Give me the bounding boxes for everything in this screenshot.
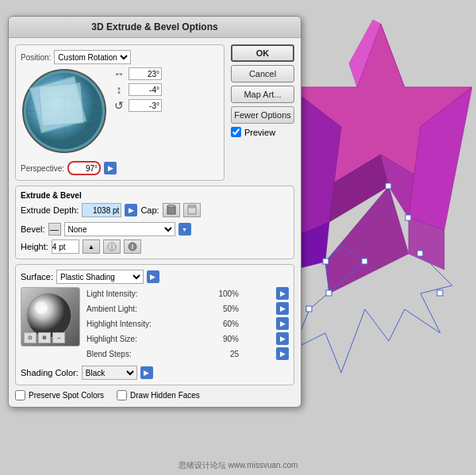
- shading-color-select[interactable]: Black: [82, 366, 137, 380]
- cancel-button[interactable]: Cancel: [231, 65, 294, 82]
- extrude-depth-label: Extrude Depth:: [21, 205, 79, 215]
- ambient-light-arrow[interactable]: ▶: [276, 302, 289, 315]
- height-input[interactable]: [52, 239, 79, 254]
- ambient-light-value: 50%: [211, 305, 239, 313]
- y-axis-icon: ↕: [113, 83, 125, 96]
- light-source-btn[interactable]: ⊙: [24, 332, 36, 343]
- preview-checkbox[interactable]: [231, 127, 241, 137]
- dialog-title: 3D Extrude & Bevel Options: [9, 17, 301, 38]
- fewer-options-button[interactable]: Fewer Options: [231, 106, 294, 124]
- height-label: Height:: [21, 242, 48, 251]
- height-btn-1[interactable]: ▲: [83, 239, 100, 254]
- bevel-arrow[interactable]: ▼: [178, 223, 191, 236]
- ok-button[interactable]: OK: [231, 44, 294, 62]
- svg-rect-15: [417, 251, 423, 256]
- preserve-spot-colors-label[interactable]: Preserve Spot Colors: [15, 390, 104, 400]
- angle-y-input[interactable]: [129, 83, 162, 96]
- extrude-depth-arrow[interactable]: ▶: [125, 204, 137, 216]
- bevel-label: Bevel:: [21, 224, 45, 234]
- blend-steps-label: Blend Steps:: [86, 350, 174, 358]
- blend-steps-arrow[interactable]: ▶: [276, 347, 289, 360]
- svg-rect-16: [437, 290, 443, 296]
- draw-hidden-faces-checkbox[interactable]: [117, 390, 127, 400]
- light-intensity-arrow[interactable]: ▶: [276, 287, 289, 300]
- highlight-size-value: 90%: [211, 335, 239, 343]
- surface-type-select[interactable]: Plastic Shading: [56, 270, 144, 284]
- perspective-input[interactable]: [67, 161, 101, 175]
- rotation-circle[interactable]: [21, 67, 108, 155]
- x-axis-icon: ↔: [113, 67, 125, 80]
- surface-label: Surface:: [21, 272, 53, 282]
- highlight-size-label: Highlight Size:: [86, 335, 174, 343]
- preserve-spot-colors-checkbox[interactable]: [15, 390, 25, 400]
- highlight-intensity-arrow[interactable]: ▶: [276, 317, 289, 330]
- extrude-section-title: Extrude & Bevel: [21, 191, 289, 200]
- svg-rect-13: [386, 183, 391, 189]
- dialog-buttons: OK Cancel Map Art... Fewer Options Previ…: [231, 44, 294, 186]
- cap-off-button[interactable]: [183, 203, 201, 217]
- height-btn-3[interactable]: [124, 239, 141, 254]
- z-axis-icon: ↺: [113, 99, 125, 112]
- cap-label: Cap:: [140, 205, 159, 215]
- extrude-bevel-section: Extrude & Bevel Extrude Depth: ▶ Cap: Be…: [15, 186, 294, 259]
- svg-point-34: [27, 293, 71, 338]
- preserve-spot-colors-text: Preserve Spot Colors: [29, 391, 104, 400]
- angle-z-input[interactable]: [129, 99, 162, 112]
- cap-on-button[interactable]: [163, 203, 180, 217]
- position-dropdown[interactable]: Custom Rotation: [54, 50, 131, 64]
- surface-type-arrow[interactable]: ▶: [147, 270, 159, 283]
- surface-preview: ⊙ ⊕ −: [21, 287, 80, 347]
- position-label: Position:: [21, 53, 51, 62]
- checkbox-row: Preserve Spot Colors Draw Hidden Faces: [15, 390, 294, 400]
- bevel-select[interactable]: None: [64, 222, 175, 236]
- shading-color-label: Shading Color:: [21, 368, 79, 377]
- highlight-size-arrow[interactable]: ▶: [276, 332, 289, 345]
- preview-label: Preview: [244, 128, 275, 137]
- watermark: 思绪设计论坛 www.missvuan.com: [0, 460, 476, 471]
- blend-steps-value: 25: [211, 350, 239, 358]
- delete-light-btn[interactable]: −: [52, 332, 65, 343]
- draw-hidden-faces-text: Draw Hidden Faces: [130, 391, 200, 400]
- bevel-icon: —: [48, 223, 61, 236]
- perspective-arrow[interactable]: ▶: [104, 162, 117, 174]
- svg-rect-25: [39, 83, 83, 126]
- light-intensity-label: Light Intensity:: [86, 289, 174, 298]
- perspective-label: Perspective:: [21, 164, 64, 173]
- position-section: Position: Custom Rotation: [15, 44, 225, 181]
- svg-point-35: [35, 301, 48, 314]
- shading-color-arrow[interactable]: ▶: [140, 366, 153, 379]
- highlight-intensity-value: 60%: [211, 320, 239, 328]
- light-intensity-value: 100%: [211, 289, 239, 298]
- svg-rect-14: [405, 215, 411, 220]
- svg-rect-12: [326, 290, 332, 296]
- height-btn-2[interactable]: [103, 239, 121, 254]
- svg-rect-10: [362, 259, 367, 264]
- svg-rect-17: [306, 306, 312, 312]
- extrude-depth-input[interactable]: [82, 203, 121, 217]
- highlight-intensity-label: Highlight Intensity:: [86, 320, 174, 328]
- surface-section: Surface: Plastic Shading ▶: [15, 264, 294, 385]
- dialog-3d-extrude-bevel: 3D Extrude & Bevel Options Position: Cus…: [8, 16, 301, 408]
- ambient-light-label: Ambient Light:: [86, 305, 174, 313]
- angle-x-input[interactable]: [129, 67, 162, 80]
- draw-hidden-faces-label[interactable]: Draw Hidden Faces: [117, 390, 200, 400]
- map-art-button[interactable]: Map Art...: [231, 86, 294, 103]
- svg-rect-11: [323, 259, 328, 264]
- svg-point-27: [167, 205, 175, 208]
- move-light-btn[interactable]: ⊕: [38, 332, 51, 343]
